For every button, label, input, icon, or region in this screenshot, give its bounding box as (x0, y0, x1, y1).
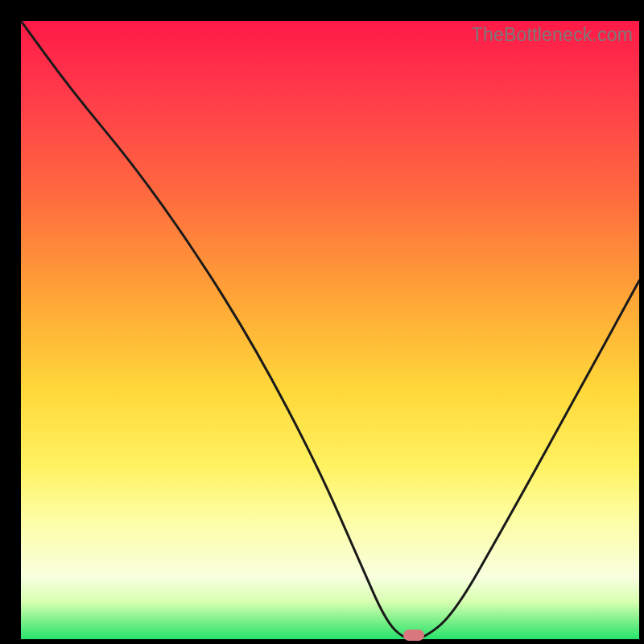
plot-area: TheBottleneck.com (21, 21, 639, 639)
bottleneck-curve (21, 21, 639, 639)
optimum-marker-icon (403, 630, 424, 641)
chart-frame: TheBottleneck.com (0, 0, 644, 644)
